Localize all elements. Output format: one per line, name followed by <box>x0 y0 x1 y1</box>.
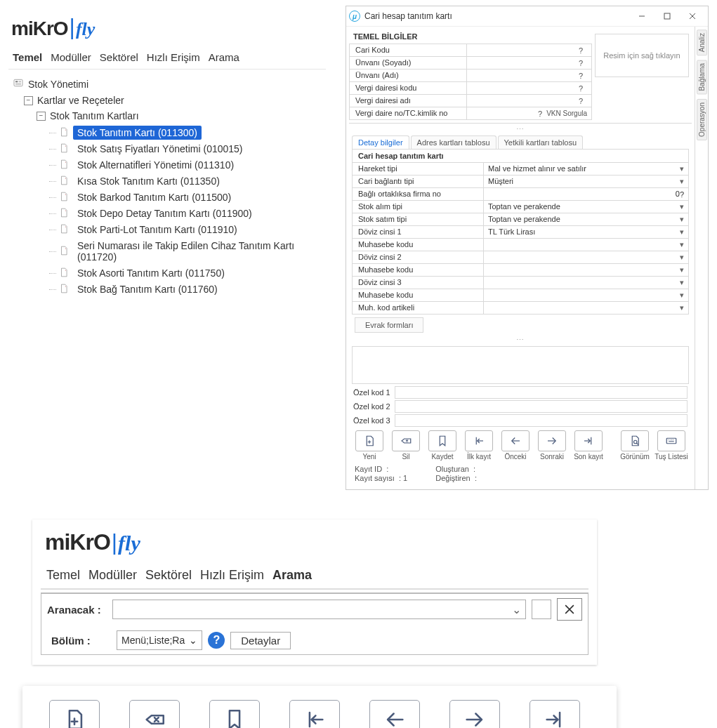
detaylar-button[interactable]: Detaylar <box>230 632 291 649</box>
tree-item-011750[interactable]: Stok Asorti Tanıtım Kartı (011750) <box>11 266 323 280</box>
field-label: Ünvanı (Adı) <box>350 70 466 81</box>
svg-rect-1 <box>15 81 18 82</box>
aranacak-label: Aranacak : <box>47 604 107 616</box>
tree-item-011310[interactable]: Stok Alternatifleri Yönetimi (011310) <box>11 158 323 172</box>
field-unvani-soyadi[interactable]: ? <box>466 57 591 69</box>
yeni-button[interactable]: Yeni <box>352 430 387 461</box>
field-bagli-ortaklik-firma-no[interactable]: 0? <box>483 188 688 200</box>
menu-arama[interactable]: Arama <box>207 50 241 65</box>
yeni-button[interactable]: Yeni <box>42 700 107 728</box>
field-hareket-tipi[interactable]: Mal ve hizmet alınır ve satılır▾ <box>483 163 688 175</box>
kaydet-button[interactable]: Kaydet <box>425 430 460 461</box>
ozel-kod-1-input[interactable] <box>395 386 688 399</box>
menu-temel[interactable]: Temel <box>11 50 44 65</box>
sidetab-analiz[interactable]: Analiz <box>697 29 707 55</box>
tree-item-011760[interactable]: Stok Bağ Tanıtım Kartı (011760) <box>11 282 323 296</box>
tab-adres-kartlari[interactable]: Adres kartları tablosu <box>411 135 496 149</box>
onceki-button[interactable]: Önceki <box>362 700 427 728</box>
field-muhasebe-kodu-2[interactable]: ▾ <box>483 264 688 276</box>
son-kayit-button[interactable]: Son kayıt <box>571 430 606 461</box>
field-cari-baglanti-tipi[interactable]: Müşteri▾ <box>483 176 688 187</box>
aranacak-input[interactable]: ⌄ <box>112 600 526 619</box>
document-icon <box>59 223 69 237</box>
tree-subgroup-stok-tanitim[interactable]: − Stok Tanıtım Kartları <box>11 108 323 124</box>
field-muhasebe-kodu-1[interactable]: ▾ <box>483 239 688 251</box>
brand-divider: | <box>112 529 117 555</box>
menu-sektorel[interactable]: Sektörel <box>144 567 193 584</box>
big-toolbar: Yeni Sil Kaydet İlk kayıt Önceki Sonraki… <box>22 686 617 728</box>
sil-button[interactable]: Sil <box>388 430 423 461</box>
ozel-kod-3-input[interactable] <box>395 414 688 427</box>
tree-item-011300[interactable]: Stok Tanıtım Kartı (011300) <box>11 126 323 140</box>
tree-item-010015[interactable]: Stok Satış Fiyatları Yönetimi (010015) <box>11 142 323 156</box>
onceki-button[interactable]: Önceki <box>498 430 533 461</box>
sonraki-button[interactable]: Sonraki <box>534 430 570 461</box>
evrak-formlari-button[interactable]: Evrak formları <box>355 317 423 333</box>
sidetab-operasyon[interactable]: Operasyon <box>697 99 707 140</box>
ilk-kayit-button[interactable]: İlk kayıt <box>461 430 496 461</box>
ilk-kayit-button[interactable]: İlk kayıt <box>282 700 347 728</box>
tab-yetkili-kartlari[interactable]: Yetkili kartları tablosu <box>498 135 584 149</box>
field-muh-kod-artikeli[interactable]: ▾ <box>483 302 688 314</box>
vkn-sorgula-button[interactable]: VKN Sorgula <box>546 110 587 117</box>
tree-group-kartlar[interactable]: − Kartlar ve Reçeteler <box>11 93 323 108</box>
svg-point-5 <box>65 145 66 146</box>
menu-moduller[interactable]: Modüller <box>87 567 138 584</box>
field-doviz-cinsi-3[interactable]: ▾ <box>483 277 688 289</box>
brand-word-2: fly <box>76 19 95 40</box>
field-doviz-cinsi-2[interactable]: ▾ <box>483 251 688 263</box>
tree-item-011350[interactable]: Kısa Stok Tanıtım Kartı (011350) <box>11 174 323 188</box>
notes-textarea[interactable] <box>352 346 689 384</box>
svg-point-7 <box>65 178 66 178</box>
field-muhasebe-kodu-3[interactable]: ▾ <box>483 289 688 301</box>
svg-rect-0 <box>14 79 22 86</box>
menu-sektorel[interactable]: Sektörel <box>98 50 140 65</box>
tree-item-011910[interactable]: Stok Parti-Lot Tanıtım Kartı (011910) <box>11 223 323 237</box>
menu-arama[interactable]: Arama <box>271 567 313 584</box>
tus-listesi-button[interactable]: Tuş Listesi <box>654 430 689 461</box>
field-unvani-adi[interactable]: ? <box>466 70 591 81</box>
tree-item-label: Seri Numarası ile Takip Edilen Cihaz Tan… <box>73 239 323 264</box>
tree-root-label: Stok Yönetimi <box>28 79 88 90</box>
right-side-tabs: Analiz Bağlama Operasyon <box>695 27 708 489</box>
maximize-button[interactable] <box>654 8 680 24</box>
search-aux-button[interactable] <box>532 600 551 619</box>
menu-moduller[interactable]: Modüller <box>49 50 93 65</box>
field-cari-kodu[interactable]: ? <box>466 44 591 56</box>
image-drop-area[interactable]: Resim için sağ tıklayın <box>595 34 689 77</box>
ozel-kod-2-label: Özel kod 2 <box>353 402 390 411</box>
minimize-button[interactable] <box>629 8 654 24</box>
sil-button[interactable]: Sil <box>122 700 187 728</box>
document-icon <box>59 143 69 156</box>
search-close-button[interactable] <box>557 598 582 621</box>
sidetab-baglama[interactable]: Bağlama <box>697 60 707 94</box>
collapse-icon: − <box>24 96 33 105</box>
menu-hizli[interactable]: Hızlı Erişim <box>199 567 265 584</box>
field-vergi-dairesi-adi[interactable]: ? <box>466 95 591 107</box>
tab-detay-bilgiler[interactable]: Detay bilgiler <box>352 135 409 149</box>
tree-item-011500[interactable]: Stok Barkod Tanıtım Kartı (011500) <box>11 190 323 204</box>
tree-item-label: Stok Alternatifleri Yönetimi (011310) <box>73 158 238 172</box>
field-stok-alim-tipi[interactable]: Toptan ve perakende▾ <box>483 201 688 213</box>
field-stok-satim-tipi[interactable]: Toptan ve perakende▾ <box>483 213 688 225</box>
bolum-select[interactable]: Menü;Liste;Ra⌄ <box>117 630 202 650</box>
field-vergi-dairesi-kodu[interactable]: ? <box>466 82 591 94</box>
svg-rect-3 <box>15 84 21 85</box>
tree-item-011900[interactable]: Stok Depo Detay Tanıtım Kartı (011900) <box>11 206 323 220</box>
menu-hizli[interactable]: Hızlı Erişim <box>145 50 202 65</box>
tree-item-011720[interactable]: Seri Numarası ile Takip Edilen Cihaz Tan… <box>11 239 323 264</box>
gorunum-button[interactable]: Görünüm <box>617 430 652 461</box>
sonraki-button[interactable]: Sonraki <box>442 700 507 728</box>
close-button[interactable] <box>680 8 705 24</box>
tree-root-stok-yonetimi[interactable]: Stok Yönetimi <box>11 75 323 93</box>
son-kayit-button[interactable]: Son kayıt <box>522 700 587 728</box>
search-panel: miKrO | fly Temel Modüller Sektörel Hızl… <box>32 519 597 665</box>
menubar: Temel Modüller Sektörel Hızlı Erişim Ara… <box>8 47 326 70</box>
menu-temel[interactable]: Temel <box>45 567 81 584</box>
ozel-kod-2-input[interactable] <box>395 400 688 413</box>
field-doviz-cinsi-1[interactable]: TL Türk Lirası▾ <box>483 226 688 238</box>
svg-rect-14 <box>664 13 670 19</box>
field-vergi-daire-no[interactable]: ?VKN Sorgula <box>466 107 591 119</box>
kaydet-button[interactable]: Kaydet <box>202 700 267 728</box>
help-button[interactable]: ? <box>208 632 225 649</box>
